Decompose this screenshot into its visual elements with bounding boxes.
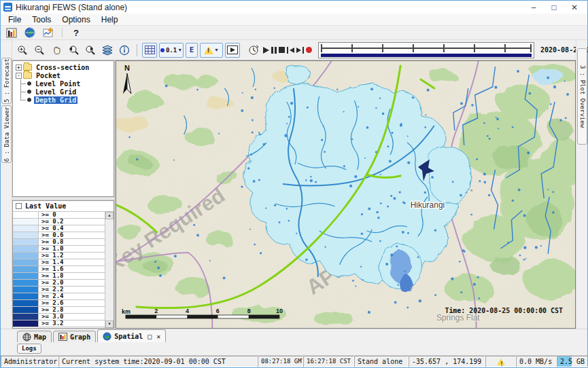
play-icon: [263, 47, 269, 54]
window-title: Hikurangi FEWS (Stand alone): [16, 3, 127, 12]
scroll-up-icon[interactable]: ▲: [105, 212, 114, 219]
tree-node-label-selected[interactable]: Depth Grid: [34, 96, 77, 104]
status-system-time: Current system time:2020-09-01 00:00 CST: [58, 356, 258, 367]
legend-swatch: [13, 307, 39, 313]
legend-swatch: [13, 246, 39, 252]
svg-text:4: 4: [186, 308, 189, 314]
toolbar-separator: [137, 44, 137, 56]
zoom-out-button[interactable]: [32, 42, 47, 58]
map-time-label: Time: 2020-08-25 00:00:00 CST: [445, 307, 563, 314]
zoom-out-icon: [34, 45, 45, 56]
last-value-checkbox[interactable]: [16, 203, 22, 209]
zoom-in-button[interactable]: [15, 42, 30, 58]
timeseries-button[interactable]: [41, 26, 55, 39]
menu-options[interactable]: Options: [56, 14, 95, 25]
tree-node-label[interactable]: Pocket: [35, 72, 62, 79]
tree-connector: [18, 88, 27, 96]
minimize-icon[interactable]: –: [523, 1, 544, 14]
close-icon[interactable]: ✕: [564, 1, 585, 14]
tree-node-label[interactable]: Level Grid: [34, 88, 77, 96]
menu-tools[interactable]: Tools: [27, 14, 56, 25]
status-warning[interactable]: [485, 356, 516, 367]
scale-unit: km: [122, 308, 131, 315]
left-tab-strip: 5 : Forecast 6 : Data Viewer: [1, 40, 12, 329]
grid-icon: [145, 45, 155, 54]
folder-icon: [23, 72, 32, 79]
marker-size-select[interactable]: 0.1 ▼: [159, 43, 184, 58]
timeline-ruler: [321, 44, 532, 52]
status-user: Administrator: [1, 356, 58, 367]
legend-swatch: [13, 300, 39, 306]
app-window: Hikurangi FEWS (Stand alone) – □ ✕ File …: [0, 0, 588, 368]
legend-label: >= 3.2: [39, 320, 105, 327]
collapse-icon[interactable]: -: [16, 73, 22, 79]
zoom-next-button[interactable]: [83, 42, 98, 58]
stop-button[interactable]: [279, 42, 285, 58]
tree-node-label[interactable]: Cross-section: [35, 64, 90, 71]
node-bullet-icon: [27, 81, 31, 86]
pan-button[interactable]: [49, 42, 64, 58]
thresholds-dropdown[interactable]: ▼: [200, 43, 223, 58]
layers-button[interactable]: [100, 42, 115, 58]
bar-chart-icon: [58, 333, 67, 341]
tab-plot-overview[interactable]: 3 : Plot Overview: [577, 48, 587, 145]
timeline-slider[interactable]: [318, 42, 534, 58]
title-bar: Hikurangi FEWS (Stand alone) – □ ✕: [1, 1, 587, 14]
chevron-down-icon: ▼: [214, 48, 219, 52]
globe-icon: [24, 27, 35, 38]
legend-label: >= 0.4: [39, 225, 105, 232]
status-memory: 2.5 GB: [557, 356, 588, 367]
map-canvas[interactable]: API Key Required API Key Required: [116, 60, 576, 329]
legend-table: >= 0>= 0.2>= 0.4>= 0.6>= 0.8>= 1.0>= 1.2…: [13, 212, 105, 328]
legend-title: Last Value: [25, 202, 66, 210]
graph-icon: [43, 27, 54, 38]
expand-icon[interactable]: +: [16, 65, 22, 71]
tab-maximize-icon[interactable]: □: [148, 333, 152, 340]
tab-map[interactable]: Map: [17, 331, 52, 342]
map-display-button[interactable]: [23, 26, 37, 39]
tree-node-label[interactable]: Level Point: [34, 80, 82, 88]
layers-icon: [102, 45, 113, 56]
step-last-button[interactable]: [296, 42, 304, 58]
legend-toggle-button[interactable]: E: [186, 43, 198, 58]
maximize-icon[interactable]: □: [544, 1, 564, 14]
explorer-button[interactable]: [5, 26, 18, 39]
help-button[interactable]: ?: [69, 26, 83, 39]
grid-button[interactable]: [142, 43, 157, 58]
legend-swatch: [13, 320, 39, 327]
info-button[interactable]: [117, 42, 132, 58]
legend-swatch: [13, 314, 39, 320]
tree-row-pocket: - Pocket: [14, 71, 114, 79]
tab-close-icon[interactable]: ✕: [156, 333, 160, 340]
warning-icon: [497, 358, 505, 365]
tab-forecast[interactable]: 5 : Forecast: [1, 58, 12, 104]
record-icon: [306, 47, 312, 53]
filters-tree: + Cross-section - Pocket Level P: [12, 60, 114, 197]
set-time-button[interactable]: [246, 42, 261, 58]
logs-button[interactable]: Logs: [17, 344, 41, 354]
zoom-next-icon: [85, 45, 97, 56]
play-button[interactable]: [263, 42, 269, 58]
tab-data-viewer[interactable]: 6 : Data Viewer: [1, 105, 12, 163]
tab-graph[interactable]: Graph: [53, 331, 96, 342]
legend-swatch: [13, 280, 39, 286]
pause-button[interactable]: [271, 42, 277, 58]
scroll-down-icon[interactable]: ▼: [105, 320, 114, 328]
map-svg: API Key Required API Key Required: [116, 61, 575, 328]
bottom-tab-bar: Map Graph Spatial □ ✕: [1, 329, 587, 342]
step-first-button[interactable]: [287, 42, 294, 58]
menu-file[interactable]: File: [3, 14, 27, 25]
right-tab-strip: 3 : Plot Overview: [576, 40, 587, 329]
svg-text:2: 2: [154, 308, 158, 314]
legend-label: >= 2.8: [39, 307, 105, 313]
record-button[interactable]: [306, 42, 312, 58]
menu-help[interactable]: Help: [96, 14, 124, 25]
tree-row-level-grid: Level Grid: [14, 88, 114, 96]
zoom-previous-button[interactable]: [66, 42, 81, 58]
legend-swatch: [13, 232, 39, 238]
animation-panel-button[interactable]: [225, 43, 240, 58]
legend-header: Last Value: [13, 201, 114, 212]
timer-icon: [248, 44, 260, 56]
legend-scrollbar[interactable]: ▲ ▼: [105, 212, 114, 328]
tab-spatial[interactable]: Spatial □ ✕: [97, 329, 166, 342]
